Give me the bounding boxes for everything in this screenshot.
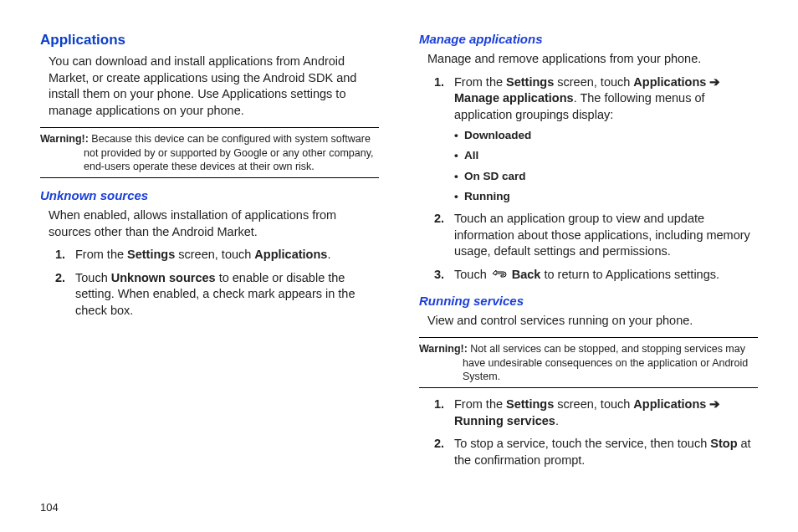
bold-stop: Stop [710, 437, 737, 450]
bullet-downloaded: Downloaded [454, 128, 758, 143]
left-column: Applications You can download and instal… [40, 32, 379, 475]
step-item: From the Settings screen, touch Applicat… [427, 74, 758, 205]
bold-unknown-sources: Unknown sources [111, 271, 216, 284]
text: . [327, 248, 330, 261]
step-item: Touch an application group to view and u… [427, 211, 758, 260]
bold-running-services: Running services [454, 414, 555, 427]
grouping-bullets: Downloaded All On SD card Running [454, 128, 758, 204]
manage-applications-steps: From the Settings screen, touch Applicat… [427, 74, 758, 284]
page-columns: Applications You can download and instal… [40, 32, 758, 475]
warning-label: Warning!: [40, 133, 89, 145]
bold-settings: Settings [506, 397, 554, 411]
running-services-steps: From the Settings screen, touch Applicat… [427, 396, 758, 468]
text: . [555, 414, 559, 427]
back-icon [492, 267, 507, 284]
warning-applications: Warning!: Because this device can be con… [40, 127, 379, 178]
bold-applications: Applications [633, 75, 706, 89]
text: From the [454, 75, 506, 89]
step-item: Touch Back to return to Applications set… [427, 267, 758, 284]
heading-applications: Applications [40, 32, 379, 49]
warning-text: Not all services can be stopped, and sto… [463, 343, 748, 382]
step-item: Touch Unknown sources to enable or disab… [49, 270, 379, 320]
warning-text: Because this device can be configured wi… [84, 133, 374, 172]
bold-manage-applications: Manage applications [454, 91, 574, 105]
running-services-intro: View and control services running on you… [427, 313, 758, 330]
bold-settings: Settings [506, 75, 554, 89]
text: to return to Applications settings. [540, 268, 719, 281]
warning-running-services: Warning!: Not all services can be stoppe… [419, 337, 758, 388]
subheading-running-services: Running services [419, 294, 758, 308]
text: Touch [454, 268, 490, 281]
text: From the [454, 397, 506, 411]
right-column: Manage applications Manage and remove ap… [419, 32, 758, 475]
text: From the [75, 248, 127, 261]
bullet-on-sd-card: On SD card [454, 169, 758, 184]
bullet-running: Running [454, 189, 758, 204]
text: Touch [75, 271, 111, 284]
text: To stop a service, touch the service, th… [454, 437, 710, 450]
bold-back: Back [512, 268, 541, 281]
page-number: 104 [40, 501, 59, 514]
arrow-icon: ➔ [706, 75, 720, 89]
bullet-all: All [454, 148, 758, 163]
step-item: To stop a service, touch the service, th… [427, 436, 758, 468]
text: screen, touch [175, 248, 254, 261]
manage-applications-intro: Manage and remove applications from your… [427, 51, 758, 68]
applications-intro: You can download and install application… [49, 54, 379, 119]
step-item: From the Settings screen, touch Applicat… [427, 396, 758, 429]
subheading-manage-applications: Manage applications [419, 32, 758, 46]
text: screen, touch [554, 75, 633, 89]
subheading-unknown-sources: Unknown sources [40, 188, 379, 202]
warning-label: Warning!: [419, 343, 468, 355]
unknown-sources-intro: When enabled, allows installation of app… [49, 207, 379, 240]
bold-applications: Applications [633, 397, 706, 411]
bold-applications: Applications [254, 248, 327, 261]
bold-settings: Settings [127, 248, 175, 261]
unknown-sources-steps: From the Settings screen, touch Applicat… [49, 247, 379, 319]
step-item: From the Settings screen, touch Applicat… [49, 247, 379, 263]
arrow-icon: ➔ [706, 397, 720, 411]
text: screen, touch [554, 397, 633, 411]
